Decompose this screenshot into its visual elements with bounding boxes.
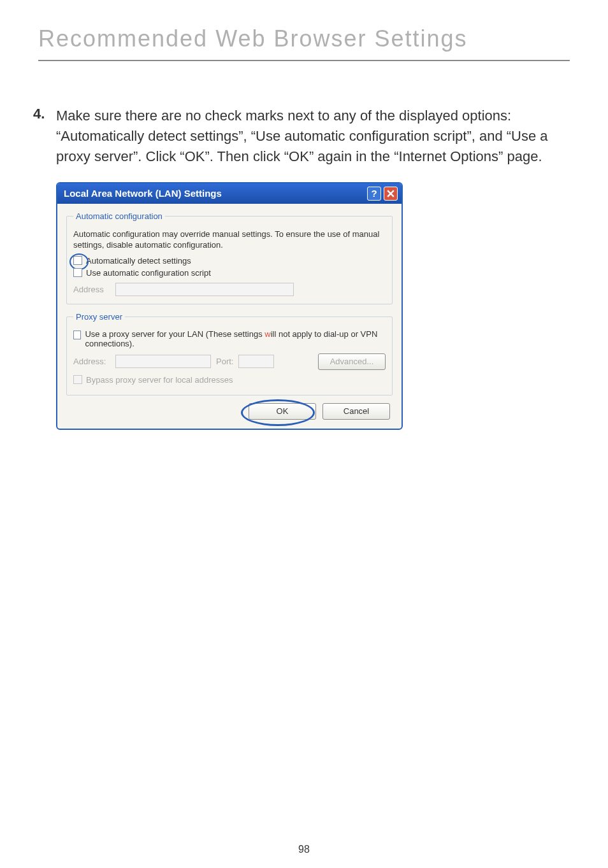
advanced-button: Advanced... xyxy=(318,353,386,370)
auto-script-label: Use automatic configuration script xyxy=(86,268,211,278)
proxy-address-row: Address: Port: Advanced... xyxy=(73,353,386,370)
dialog-titlebar: Local Area Network (LAN) Settings ? xyxy=(57,183,402,204)
close-button[interactable] xyxy=(384,187,398,201)
detect-settings-row[interactable]: Automatically detect settings xyxy=(73,256,386,266)
close-icon xyxy=(387,190,394,197)
proxy-desc-a: Use a proxy server for your LAN (These s… xyxy=(85,329,264,339)
bypass-proxy-row: Bypass proxy server for local addresses xyxy=(73,375,386,385)
automatic-config-legend: Automatic configuration xyxy=(73,211,165,221)
step-text: Make sure there are no check marks next … xyxy=(56,106,570,167)
proxy-port-label: Port: xyxy=(216,357,233,366)
step-number: 4. xyxy=(33,106,56,122)
automatic-config-group: Automatic configuration Automatic config… xyxy=(66,211,393,304)
lan-settings-dialog: Local Area Network (LAN) Settings ? Auto… xyxy=(56,182,403,430)
step-row: 4. Make sure there are no check marks ne… xyxy=(38,106,570,167)
auto-script-checkbox[interactable] xyxy=(73,268,82,277)
bypass-proxy-label: Bypass proxy server for local addresses xyxy=(86,375,233,385)
titlebar-buttons: ? xyxy=(367,187,398,201)
proxy-server-group: Proxy server Use a proxy server for your… xyxy=(66,312,393,395)
bypass-proxy-checkbox xyxy=(73,375,82,384)
use-proxy-row[interactable]: Use a proxy server for your LAN (These s… xyxy=(73,329,386,348)
page-number: 98 xyxy=(0,844,608,855)
detect-settings-label: Automatically detect settings xyxy=(86,256,191,266)
dialog-title: Local Area Network (LAN) Settings xyxy=(64,188,222,199)
proxy-server-legend: Proxy server xyxy=(73,312,125,322)
ok-button[interactable]: OK xyxy=(249,403,316,420)
script-address-label: Address xyxy=(73,285,110,294)
cancel-button[interactable]: Cancel xyxy=(322,403,390,420)
automatic-config-desc: Automatic configuration may override man… xyxy=(73,229,386,251)
proxy-desc-w: w xyxy=(264,329,270,339)
proxy-port-input xyxy=(238,355,274,368)
use-proxy-label: Use a proxy server for your LAN (These s… xyxy=(85,329,386,348)
dialog-body: Automatic configuration Automatic config… xyxy=(57,204,402,429)
use-proxy-checkbox[interactable] xyxy=(73,331,81,339)
auto-script-row[interactable]: Use automatic configuration script xyxy=(73,268,386,278)
proxy-address-input xyxy=(115,355,211,368)
script-address-input xyxy=(115,283,294,296)
proxy-address-label: Address: xyxy=(73,357,110,366)
help-button[interactable]: ? xyxy=(367,187,381,201)
dialog-footer: OK Cancel xyxy=(66,403,393,420)
title-rule xyxy=(38,60,570,61)
page-title: Recommended Web Browser Settings xyxy=(38,25,570,52)
script-address-row: Address xyxy=(73,283,386,296)
ok-highlight: OK xyxy=(249,403,316,420)
detect-settings-checkbox[interactable] xyxy=(73,256,82,265)
